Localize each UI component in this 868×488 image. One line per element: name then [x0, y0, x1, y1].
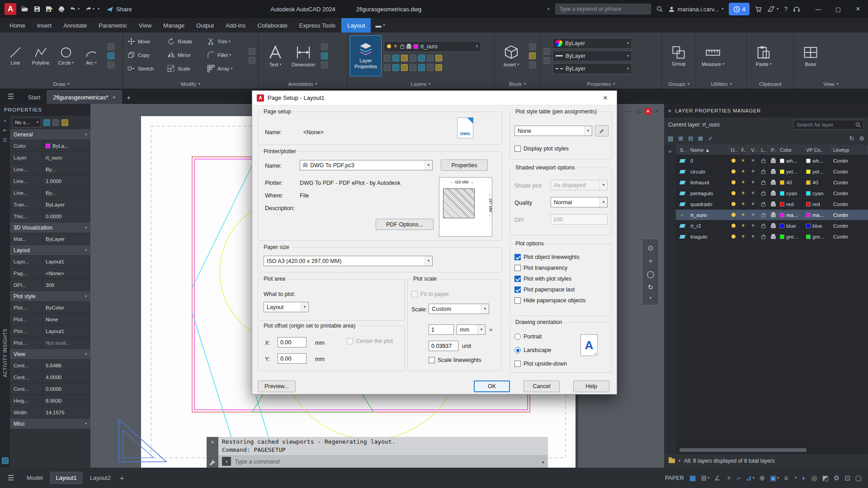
layer-color-cell[interactable]: 40	[778, 180, 804, 185]
new-layer-icon[interactable]: ⊞	[678, 135, 683, 142]
property-value[interactable]: ByLayer	[42, 199, 90, 210]
column-header-s[interactable]: S..	[676, 145, 689, 155]
collapse-icon[interactable]: »	[669, 148, 672, 155]
layer-tool-icon[interactable]	[435, 55, 442, 61]
delete-layer-icon[interactable]: ⊠	[698, 135, 703, 142]
layer-color-cell[interactable]: red	[778, 202, 804, 207]
save-as-icon[interactable]	[43, 3, 55, 15]
ok-button[interactable]: OK	[474, 380, 510, 392]
layer-vp-freeze-icon[interactable]: ☀	[748, 191, 758, 196]
ellipse-tool-icon[interactable]	[108, 52, 114, 59]
palette-section-plot-style[interactable]: Plot style▾	[10, 291, 90, 302]
layer-tool-icon[interactable]	[418, 55, 425, 61]
object-color-select[interactable]: ByLayer▾	[552, 38, 632, 49]
ribbon-tab-insert[interactable]: Insert	[31, 18, 58, 33]
checkbox-hide-paperspace-objects[interactable]: Hide paperspace objects	[514, 297, 586, 304]
layer-row-triagulo[interactable]: triagulo☀☀gre...gre...Contin	[676, 231, 868, 242]
layer-linetype-cell[interactable]: Contin	[831, 212, 868, 218]
preview-button[interactable]: Preview...	[258, 380, 296, 392]
qat-customize-icon[interactable]: ▾	[98, 7, 99, 11]
ribbon-item-arc[interactable]: Arc▾	[79, 34, 104, 77]
property-value[interactable]: None	[42, 314, 90, 325]
object-lineweight-select[interactable]: ByLayer▾	[552, 51, 632, 61]
layer-search-input[interactable]	[797, 122, 854, 127]
layer-plot-icon[interactable]	[768, 202, 778, 206]
ribbon-tab-annotate[interactable]: Annotate	[57, 18, 93, 33]
layer-settings-icon[interactable]	[669, 459, 675, 463]
layer-freeze-icon[interactable]: ☀	[738, 202, 748, 206]
ribbon-item-text[interactable]: Text▾	[261, 34, 289, 77]
orbit-icon[interactable]: ↻	[648, 283, 654, 291]
shade-plot-select[interactable]: As displayed ▼	[551, 180, 608, 190]
ribbon-tab-home[interactable]: Home	[4, 18, 31, 33]
center-the-plot-checkbox[interactable]: Center the plot	[347, 338, 393, 344]
infer-constraints-icon[interactable]: ∠	[714, 474, 720, 482]
layer-tool-icon[interactable]	[410, 55, 416, 61]
help-icon[interactable]: ?	[784, 5, 788, 13]
layer-vp-color-cell[interactable]: red	[804, 202, 831, 207]
auto-hide-icon[interactable]: ⇤	[3, 127, 7, 133]
property-value[interactable]: 300	[42, 279, 90, 291]
layer-vp-color-cell[interactable]: 40	[804, 180, 831, 185]
printer-name-select[interactable]: DWG To PDF.pc3 ▼	[300, 160, 433, 170]
ribbon-item-stretch[interactable]: Stretch	[126, 63, 165, 75]
layer-select[interactable]: ☀ rt_ouro ▾	[384, 41, 481, 52]
search-box[interactable]	[555, 4, 651, 14]
ribbon-item-base[interactable]: Base	[797, 34, 825, 77]
erase-tool-icon[interactable]	[249, 48, 255, 55]
layer-freeze-icon[interactable]: ☀	[738, 180, 748, 185]
workspace-switching-icon[interactable]: ⚙	[834, 474, 840, 482]
layer-vp-color-cell[interactable]: blue	[804, 223, 831, 229]
close-button[interactable]: ×	[848, 0, 868, 18]
share-button[interactable]: Share	[107, 6, 132, 13]
property-value[interactable]: ByLa...	[42, 140, 90, 151]
transparency-icon[interactable]: ◔	[793, 474, 797, 482]
panel-label-block[interactable]: Block▾	[495, 79, 540, 89]
property-value[interactable]: ByLayer	[42, 233, 90, 244]
layer-vp-freeze-icon[interactable]: ☀	[748, 234, 758, 239]
toggle-pickadd-icon[interactable]	[43, 119, 50, 126]
clean-screen-icon[interactable]: ▢	[855, 474, 862, 482]
rectangle-tool-icon[interactable]	[108, 43, 114, 50]
leader-tool-icon[interactable]	[321, 43, 328, 50]
scale-denominator-input[interactable]	[429, 341, 458, 351]
column-header-vp-co[interactable]: VP Co..	[804, 145, 831, 155]
table-tool-icon[interactable]	[321, 52, 328, 59]
scale-numerator-input[interactable]	[429, 324, 454, 335]
zoom-icon[interactable]: ◯	[647, 270, 655, 278]
layer-freeze-icon[interactable]: ☀	[738, 191, 748, 196]
ribbon-item-circle[interactable]: Circle▾	[53, 34, 79, 77]
dpi-input[interactable]	[551, 214, 608, 225]
layer-linetype-cell[interactable]: Contin	[831, 180, 868, 185]
panel-label-utilities[interactable]: Utilities▾	[696, 79, 746, 89]
autodesk-menu[interactable]: ▾	[768, 6, 778, 12]
property-value[interactable]: Not avail...	[42, 337, 90, 348]
layer-freeze-icon[interactable]: ☀	[738, 169, 748, 174]
help-button[interactable]: Help	[573, 380, 609, 392]
panel-label-modify[interactable]: Modify▾	[123, 79, 258, 89]
layer-row-rt-r2[interactable]: rt_r2☀☀blueblueContin	[676, 221, 868, 231]
printer-properties-button[interactable]: Properties	[441, 160, 488, 171]
property-value[interactable]: 14.1575	[42, 407, 90, 418]
redo-button[interactable]: ▾	[83, 3, 97, 15]
dynamic-input-icon[interactable]: ＋	[725, 474, 732, 482]
ribbon-item-trim[interactable]: Trim▾	[205, 36, 245, 47]
ribbon-item-group[interactable]: Group	[665, 34, 693, 77]
close-icon[interactable]: ×	[211, 439, 214, 446]
object-snap-icon[interactable]: ▣▾	[770, 474, 779, 482]
horizontal-scrollbar[interactable]	[679, 447, 865, 453]
ribbon-tab-collaborate[interactable]: Collaborate	[251, 18, 293, 33]
layer-tool-icon[interactable]	[401, 64, 408, 71]
layer-plot-icon[interactable]	[768, 234, 778, 239]
ribbon-item-copy[interactable]: Copy	[126, 49, 165, 61]
layer-filter-icon[interactable]: ▤	[668, 135, 673, 142]
expand-icon[interactable]: ▸	[548, 7, 550, 11]
what-to-plot-select[interactable]: Layout ▼	[264, 302, 309, 312]
ribbon-tab-parametric[interactable]: Parametric	[93, 18, 133, 33]
checkbox-plot-with-plot-styles[interactable]: Plot with plot styles	[514, 276, 586, 282]
edit-plot-style-button[interactable]	[595, 125, 609, 136]
layer-lock-icon[interactable]	[758, 180, 768, 185]
menu-icon[interactable]: ☰	[0, 474, 22, 482]
layer-lock-icon[interactable]	[758, 158, 768, 163]
checkbox-plot-transparency[interactable]: Plot transparency	[514, 265, 586, 271]
